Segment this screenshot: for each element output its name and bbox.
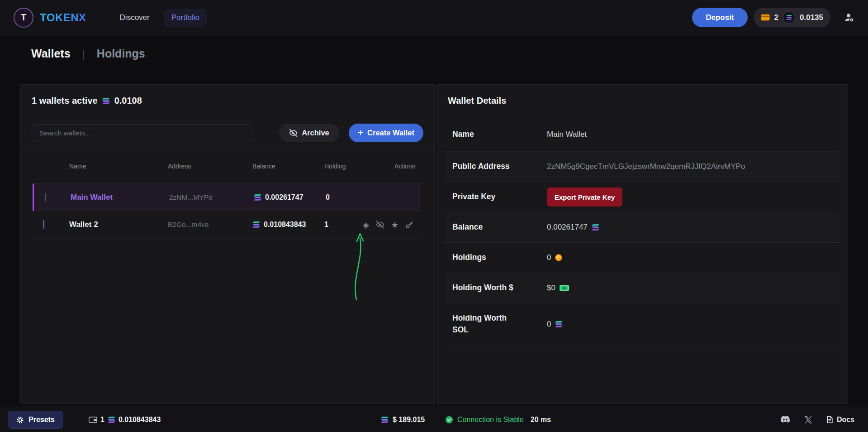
check-circle-icon (446, 416, 453, 423)
detail-label-holding-worth-sol: Holding Worth SOL (452, 312, 510, 336)
wallets-toolbar: Archive + Create Wallet (21, 117, 434, 149)
x-twitter-icon[interactable] (805, 416, 812, 423)
detail-label-holdings: Holdings (452, 252, 547, 263)
sol-icon (252, 221, 260, 228)
detail-label-holding-worth-usd: Holding Worth $ (452, 282, 547, 293)
statusbar-wallet-summary[interactable]: 1 0.010843843 (89, 407, 161, 432)
tab-wallets[interactable]: Wallets (31, 47, 71, 60)
docs-link[interactable]: Docs (826, 416, 854, 424)
wallets-active-sol-total: 0.0108 (114, 96, 142, 106)
detail-row-name: Name Main Wallet (445, 117, 840, 152)
sol-icon (108, 417, 115, 423)
account-settings-icon[interactable] (844, 12, 854, 23)
wallets-table: Name Address Balance Holding Actions Mai… (33, 149, 421, 239)
top-nav: Discover Portfolio (113, 9, 207, 27)
plus-icon: + (358, 127, 363, 138)
nav-portfolio[interactable]: Portfolio (164, 9, 207, 27)
statusbar-links: Docs (780, 407, 854, 432)
tokenx-logo[interactable]: T (14, 8, 33, 28)
sol-price-indicator: $ 189.015 (381, 407, 425, 432)
search-wallets-input[interactable] (32, 124, 252, 142)
document-icon (826, 416, 833, 423)
col-address: Address (168, 163, 252, 170)
brand-name: TOKENX (40, 11, 86, 24)
wallets-panel-header: 1 wallets active 0.0108 (21, 85, 434, 117)
detail-value-holding-worth-usd: $0 (547, 283, 555, 293)
sol-icon (254, 194, 261, 201)
detail-label-name: Name (452, 129, 547, 140)
statusbar-wallet-count: 1 (100, 416, 104, 424)
detail-label-private-key: Private Key (452, 191, 547, 202)
wallet-address: 2zNM...MYPo (169, 193, 254, 202)
sol-icon (102, 98, 110, 104)
tab-holdings[interactable]: Holdings (97, 47, 145, 60)
wallet-checkbox[interactable] (43, 220, 44, 229)
coin-icon (555, 254, 562, 261)
eye-off-icon (289, 129, 298, 137)
sol-icon (555, 321, 563, 327)
statusbar-wallet-balance: 0.010843843 (119, 416, 161, 424)
topbar-right: Deposit 2 0.0135 (692, 8, 854, 27)
detail-value-balance: 0.00261747 (547, 223, 588, 232)
account-balance-pill[interactable]: 2 0.0135 (754, 8, 830, 27)
wallet-name: Main Wallet (71, 193, 169, 202)
wallet-row-wallet-2[interactable]: Wallet 2 B2Go...m4va 0.010843843 1 ◈ ★ (33, 211, 421, 239)
money-icon (560, 285, 569, 291)
wallets-active-summary: 1 wallets active (32, 96, 98, 106)
wallet-checkbox[interactable] (45, 193, 46, 202)
hide-wallet-icon[interactable] (376, 221, 384, 229)
connection-status: Connection is Stable 20 ms (446, 407, 551, 432)
detail-row-private-key: Private Key Export Private Key (445, 182, 840, 212)
topbar: T TOKENX Discover Portfolio Deposit 2 0.… (0, 0, 868, 35)
latency-value: 20 ms (531, 416, 551, 424)
detail-row-public-address: Public Address 2zNM5g9CgecTmVLGJejzswrMn… (445, 152, 840, 182)
wallet-balance: 0.010843843 (264, 221, 306, 229)
archive-button[interactable]: Archive (279, 124, 339, 142)
col-actions: Actions (394, 163, 421, 170)
page-tabs: Wallets | Holdings (31, 47, 145, 60)
wallet-icon (89, 416, 97, 423)
wallet-details-panel: Wallet Details Name Main Wallet Public A… (436, 84, 848, 404)
nav-discover[interactable]: Discover (113, 9, 157, 27)
detail-label-balance: Balance (452, 221, 547, 233)
detail-value-public-address: 2zNM5g9CgecTmVLGJejzswrMnw2qemRJJfQ2Airv… (547, 162, 832, 171)
wallet-address: B2Go...m4va (168, 221, 252, 229)
topbar-wallet-count: 2 (774, 13, 778, 22)
col-name: Name (69, 163, 168, 170)
detail-row-holdings: Holdings 0 (445, 243, 840, 273)
topbar-sol-balance: 0.0135 (800, 13, 823, 22)
wallet-holding-count: 0 (326, 193, 396, 202)
wallets-table-header: Name Address Balance Holding Actions (33, 149, 421, 183)
col-holding: Holding (324, 163, 394, 170)
wallet-balance: 0.00261747 (265, 193, 304, 202)
detail-row-balance: Balance 0.00261747 (445, 212, 840, 243)
gem-icon[interactable]: ◈ (363, 221, 369, 229)
presets-button[interactable]: Presets (8, 411, 63, 429)
card-icon (761, 14, 770, 21)
sol-icon (592, 224, 599, 230)
deposit-button[interactable]: Deposit (692, 8, 747, 27)
export-private-key-button[interactable]: Export Private Key (547, 187, 622, 206)
wallet-details-title: Wallet Details (437, 85, 848, 117)
sol-icon (381, 417, 389, 423)
gear-icon (16, 416, 24, 424)
wallet-name: Wallet 2 (69, 220, 168, 229)
tab-separator: | (82, 48, 85, 60)
wallet-details-rows: Name Main Wallet Public Address 2zNM5g9C… (445, 117, 840, 345)
detail-label-public-address: Public Address (452, 161, 547, 172)
col-balance: Balance (252, 163, 324, 170)
star-icon[interactable]: ★ (391, 221, 398, 229)
logo-letter: T (21, 12, 26, 23)
sol-badge (783, 11, 795, 24)
detail-row-holding-worth-sol: Holding Worth SOL 0 (445, 303, 840, 345)
detail-value-holdings: 0 (547, 253, 551, 262)
wallet-row-actions: ◈ ★ (363, 221, 413, 229)
discord-icon[interactable] (780, 416, 790, 423)
sol-icon (786, 15, 792, 20)
wallet-row-main-wallet[interactable]: Main Wallet 2zNM...MYPo 0.00261747 0 (33, 183, 421, 211)
detail-value-name: Main Wallet (547, 130, 832, 139)
detail-value-holding-worth-sol: 0 (547, 320, 551, 329)
wallets-panel: 1 wallets active 0.0108 Archive + Create… (20, 84, 435, 404)
key-icon[interactable] (405, 221, 413, 229)
create-wallet-button[interactable]: + Create Wallet (349, 124, 423, 142)
